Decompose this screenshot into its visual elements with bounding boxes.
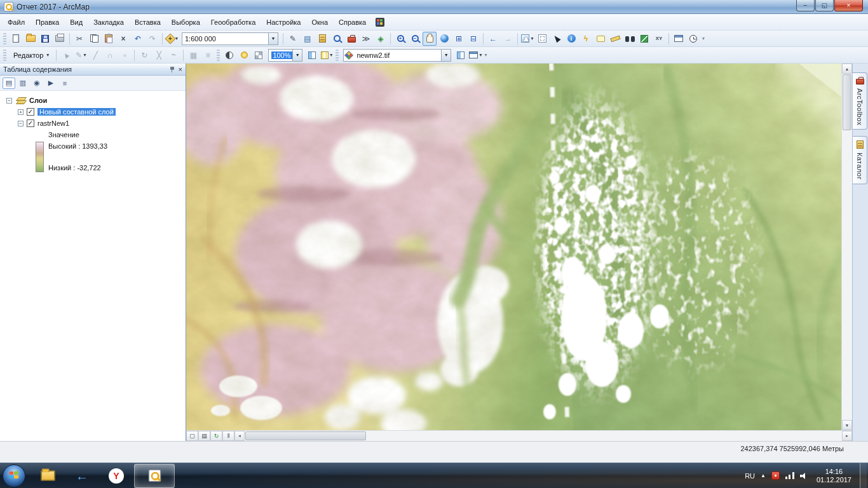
go-to-xy-button[interactable]: XY [652,32,666,46]
start-button[interactable] [3,464,25,487]
horizontal-scrollbar[interactable]: ◂ ▸ [234,431,852,441]
close-button[interactable]: × [834,0,863,11]
copy-button[interactable] [87,32,101,46]
catalog-tab[interactable]: Каталог [853,136,867,184]
arctoolbox-tab[interactable]: ArcToolbox [853,72,867,130]
scroll-down-button[interactable]: ▼ [842,420,852,430]
fixed-zoom-out-button[interactable]: ⊟ [466,32,480,46]
zoom-out-button[interactable]: − [408,32,422,46]
show-desktop-button[interactable] [860,463,867,488]
effects-layer-combo[interactable]: newnw2.tif ▾ [343,49,451,62]
menu-customize[interactable]: Настройка [261,16,306,29]
toc-close-icon[interactable]: × [179,66,182,73]
straight-segment-button[interactable]: ╱ [88,48,102,62]
combo-dropdown-button[interactable]: ▾ [268,33,278,44]
refresh-view-button[interactable]: ↻ [210,431,222,441]
explorer-taskbar-button[interactable] [31,464,64,488]
new-document-button[interactable] [9,32,23,46]
cut-button[interactable]: ✂ [72,32,86,46]
list-by-drawing-order-tab[interactable]: ▤ [3,78,15,89]
swipe-button[interactable] [305,48,319,62]
go-forward-extent-button[interactable]: → [501,32,515,46]
toolbar-grip[interactable] [336,50,339,61]
group-layer-label[interactable]: Новый составной слой [37,108,116,116]
search-window-button[interactable] [330,32,344,46]
toc-header[interactable]: Таблица содержания × [0,64,186,76]
add-data-button[interactable]: +▾ [165,32,179,46]
combo-dropdown-button[interactable]: ▾ [441,50,451,61]
print-button[interactable] [53,32,67,46]
find-button[interactable] [623,32,637,46]
clock[interactable]: 14:16 01.12.2017 [814,468,854,484]
group-layer-row[interactable]: + ✓ Новый составной слой [1,106,184,118]
open-button[interactable] [24,32,37,46]
undo-button[interactable]: ↶ [131,32,145,46]
swipe-layer-tool-button[interactable] [454,48,468,62]
yandex-taskbar-button[interactable]: Y [100,464,133,488]
vertical-scroll-thumb[interactable] [843,74,851,130]
split-tool-button[interactable]: ╳ [152,48,166,62]
toolbar-grip[interactable] [3,33,6,44]
zoom-percent-combo[interactable]: 100% ▾ [268,49,302,62]
toc-options-tab[interactable]: ≡ [58,78,71,89]
transparency-button[interactable] [252,48,266,62]
flicker-button[interactable]: ▾ [320,48,334,62]
select-elements-button[interactable] [550,32,564,46]
menu-bookmarks[interactable]: Закладка [88,16,129,29]
redo-button[interactable]: ↷ [146,32,159,46]
attributes-button[interactable]: ▦ [186,48,200,62]
pixel-inspector-button[interactable]: ▾ [468,48,482,62]
delete-button[interactable]: × [116,32,130,46]
raster-layer-row[interactable]: − ✓ rastrNew1 [1,118,184,129]
toolbar-overflow-icon[interactable]: ▾ [484,52,487,58]
menu-help[interactable]: Справка [334,16,371,29]
editor-toolbar-toggle-button[interactable]: ✎ [286,32,300,46]
toolbar-grip[interactable] [217,50,220,61]
python-window-button[interactable]: ≫ [359,32,373,46]
find-route-button[interactable] [637,32,651,46]
collapse-icon[interactable]: − [18,121,24,126]
list-by-source-tab[interactable]: ▥ [17,78,29,89]
pause-drawing-button[interactable]: ‖ [222,431,234,441]
scroll-right-button[interactable]: ▸ [842,431,852,441]
menu-geoprocessing[interactable]: Геообработка [206,16,261,29]
clear-selection-button[interactable] [535,32,549,46]
language-indicator[interactable]: RU [745,472,755,480]
endpoint-arc-button[interactable]: ∩ [103,48,117,62]
edit-vertices-button[interactable]: ▫ [118,48,132,62]
arrow-app-taskbar-button[interactable]: ← [65,464,98,488]
data-view-button[interactable]: ▢ [186,431,198,441]
html-popup-button[interactable] [593,32,607,46]
restore-button[interactable]: ◱ [815,0,834,11]
contrast-button[interactable] [222,48,236,62]
full-extent-button[interactable] [437,32,451,46]
horizontal-scroll-track[interactable] [367,431,842,441]
layout-view-button[interactable]: ▤ [198,431,210,441]
identify-button[interactable]: i [564,32,578,46]
combo-dropdown-button[interactable]: ▾ [292,50,302,61]
time-slider-button[interactable] [686,32,700,46]
editor-menu-button[interactable]: Редактор ▾ [9,49,53,62]
sketch-properties-button[interactable]: ≡ [201,48,215,62]
vertical-scrollbar[interactable]: ▲ ▼ [841,64,852,430]
scroll-up-button[interactable]: ▲ [842,64,852,74]
hyperlink-button[interactable]: ϟ [579,32,593,46]
menu-windows[interactable]: Окна [306,16,333,29]
network-icon[interactable] [785,472,794,479]
menu-file[interactable]: Файл [3,16,30,29]
arcmap-taskbar-button[interactable] [134,464,175,488]
paste-button[interactable] [102,32,116,46]
zoom-in-button[interactable]: + [393,32,407,46]
open-viewer-window-button[interactable] [672,32,686,46]
raster-layer-checkbox[interactable]: ✓ [27,119,34,127]
horizontal-scroll-thumb[interactable] [245,431,366,440]
scroll-left-button[interactable]: ◂ [234,431,245,441]
toc-root-label[interactable]: Слои [29,97,47,104]
menu-edit[interactable]: Правка [31,16,64,29]
vertical-scroll-track[interactable] [842,131,852,420]
group-layer-checkbox[interactable]: ✓ [27,108,34,116]
list-by-visibility-tab[interactable]: ◉ [31,78,43,89]
fixed-zoom-in-button[interactable]: ⊞ [452,32,466,46]
menu-insert[interactable]: Вставка [130,16,166,29]
rotate-tool-button[interactable]: ↻ [137,48,151,62]
